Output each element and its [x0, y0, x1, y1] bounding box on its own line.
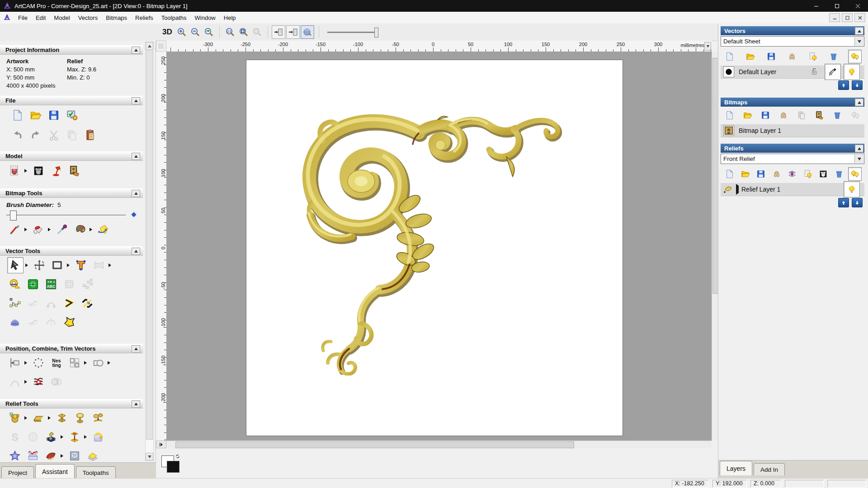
- text-on-curve-icon[interactable]: [31, 355, 46, 371]
- measure-tool-icon[interactable]: [7, 277, 23, 292]
- expand-layer-icon[interactable]: [736, 186, 739, 193]
- menu-bitmaps[interactable]: Bitmaps: [102, 13, 131, 23]
- snap-grid-icon[interactable]: [80, 277, 95, 292]
- model-notes-icon[interactable]: [7, 163, 23, 178]
- load-bitmap-icon[interactable]: [67, 163, 82, 178]
- weld-vectors-icon[interactable]: [90, 355, 106, 371]
- menu-window[interactable]: Window: [191, 13, 220, 23]
- tab-assistant[interactable]: Assistant: [35, 464, 75, 479]
- create-vector-icon[interactable]: [25, 277, 41, 292]
- interlock-vectors-icon[interactable]: [49, 374, 64, 389]
- canvas-horizontal-scrollbar[interactable]: [166, 441, 712, 449]
- model-options-icon[interactable]: [64, 108, 80, 123]
- relief-from-image-icon[interactable]: [67, 448, 82, 462]
- vector-sheet-dropdown[interactable]: Default Sheet: [721, 36, 864, 47]
- link-colours-icon[interactable]: [175, 454, 180, 460]
- zoom-1to1-icon[interactable]: 1:1: [223, 25, 237, 39]
- flyout-arrow-icon[interactable]: [24, 361, 27, 365]
- ruler-units-dropdown[interactable]: [704, 42, 711, 51]
- undo-icon[interactable]: [10, 127, 25, 143]
- flood-fill-icon[interactable]: [31, 222, 46, 237]
- open-model-icon[interactable]: [28, 108, 43, 123]
- emboss-wizard-icon[interactable]: b: [43, 429, 59, 445]
- stack-relief-layers-icon[interactable]: [786, 168, 798, 180]
- merge-relief-layers-icon[interactable]: [770, 168, 783, 180]
- delete-bitmap-layer-icon[interactable]: [831, 109, 844, 122]
- dropdown-arrow-icon[interactable]: [854, 37, 863, 46]
- corner-ornament-artwork[interactable]: [302, 113, 569, 375]
- new-relief-layer-icon[interactable]: [723, 168, 736, 180]
- fit-curve-icon[interactable]: [25, 314, 41, 330]
- slider-handle[interactable]: [374, 28, 378, 38]
- collapse-section-button[interactable]: [132, 153, 140, 160]
- colour-picker-icon[interactable]: [54, 222, 70, 237]
- relief-layers-icon[interactable]: [85, 448, 100, 462]
- bitmap-layer-row[interactable]: Bitmap Layer 1: [721, 124, 864, 137]
- merge-vector-layers-icon[interactable]: [786, 50, 798, 63]
- colour-palette-icon[interactable]: [72, 222, 88, 237]
- select-vectors-icon[interactable]: [7, 257, 24, 273]
- child-restore-button[interactable]: [842, 13, 853, 22]
- paint-brush-icon[interactable]: [7, 222, 23, 237]
- tab-add-in[interactable]: Add In: [754, 463, 785, 475]
- bitmap-contrast-slider[interactable]: [327, 28, 382, 37]
- mirror-vectors-icon[interactable]: [43, 314, 59, 330]
- horizontal-ruler[interactable]: millimetres -300-250-200-150-100-5005010…: [166, 41, 712, 52]
- collapse-section-button[interactable]: [132, 190, 140, 197]
- flyout-arrow-icon[interactable]: [24, 416, 27, 420]
- toggle-layer-visibility-icon[interactable]: [807, 50, 819, 63]
- texture-relief-icon[interactable]: [7, 448, 23, 462]
- create-polyline-icon[interactable]: [7, 296, 23, 311]
- new-vector-layer-icon[interactable]: [723, 50, 736, 63]
- smooth-relief-icon[interactable]: [25, 448, 41, 462]
- brush-diameter-slider[interactable]: [6, 210, 137, 220]
- trim-vectors-icon[interactable]: [80, 296, 95, 311]
- envelope-distortion-icon[interactable]: [91, 258, 107, 273]
- collapse-section-button[interactable]: [132, 97, 140, 104]
- create-rectangle-icon[interactable]: [50, 258, 65, 273]
- copy-icon[interactable]: [64, 127, 80, 143]
- bitmap-to-vector-icon[interactable]: [96, 222, 111, 237]
- flyout-arrow-icon[interactable]: [61, 454, 63, 458]
- layer-colour-swatch[interactable]: [723, 66, 734, 77]
- flyout-arrow-icon[interactable]: [108, 263, 111, 267]
- delete-relief-layer-icon[interactable]: [833, 168, 845, 180]
- relief-layer-visible-icon[interactable]: [844, 181, 860, 197]
- 2d-view-canvas[interactable]: [166, 52, 712, 441]
- create-text-icon[interactable]: [73, 258, 89, 273]
- zoom-to-box-icon[interactable]: [237, 25, 250, 39]
- flyout-arrow-icon[interactable]: [108, 361, 110, 365]
- flyout-arrow-icon[interactable]: [48, 416, 51, 420]
- menu-toolpaths[interactable]: Toolpaths: [157, 13, 191, 23]
- scroll-up-button[interactable]: [146, 42, 153, 50]
- layer-visible-icon[interactable]: [844, 64, 860, 80]
- insert-node-icon[interactable]: [61, 296, 77, 311]
- child-close-button[interactable]: [854, 13, 865, 22]
- move-layer-down-button[interactable]: [852, 80, 863, 90]
- flyout-arrow-icon[interactable]: [61, 435, 63, 439]
- flyout-arrow-icon[interactable]: [24, 169, 27, 173]
- offset-relief-icon[interactable]: [67, 429, 82, 445]
- canvas-vertical-scrollbar[interactable]: [712, 52, 718, 441]
- child-minimize-button[interactable]: [829, 13, 840, 22]
- paste-icon[interactable]: [82, 127, 98, 143]
- tab-layers[interactable]: Layers: [720, 461, 752, 475]
- transform-vectors-icon[interactable]: [32, 258, 47, 273]
- flyout-arrow-icon[interactable]: [84, 435, 87, 439]
- secondary-colour-swatch[interactable]: [167, 461, 179, 473]
- vector-texture-icon[interactable]: [31, 374, 46, 389]
- toggle-bitmap-visibility-icon[interactable]: [272, 25, 285, 39]
- greyscale-view-icon[interactable]: [31, 163, 46, 178]
- toggle-relief-visibility-icon[interactable]: [802, 168, 814, 180]
- collapse-reliefs-button[interactable]: [855, 145, 863, 152]
- collapse-section-button[interactable]: [132, 400, 140, 408]
- collapse-vectors-button[interactable]: [855, 27, 863, 35]
- ruler-options-button[interactable]: [156, 441, 166, 448]
- menu-vectors[interactable]: Vectors: [74, 13, 102, 23]
- brush-slider-handle[interactable]: [10, 211, 17, 221]
- save-relief-layer-icon[interactable]: [755, 168, 767, 180]
- show-all-bitmap-layers-icon[interactable]: [849, 109, 862, 122]
- colour-swatches[interactable]: [161, 455, 180, 474]
- sculpting-icon[interactable]: [43, 448, 59, 462]
- maximize-button[interactable]: [826, 0, 847, 12]
